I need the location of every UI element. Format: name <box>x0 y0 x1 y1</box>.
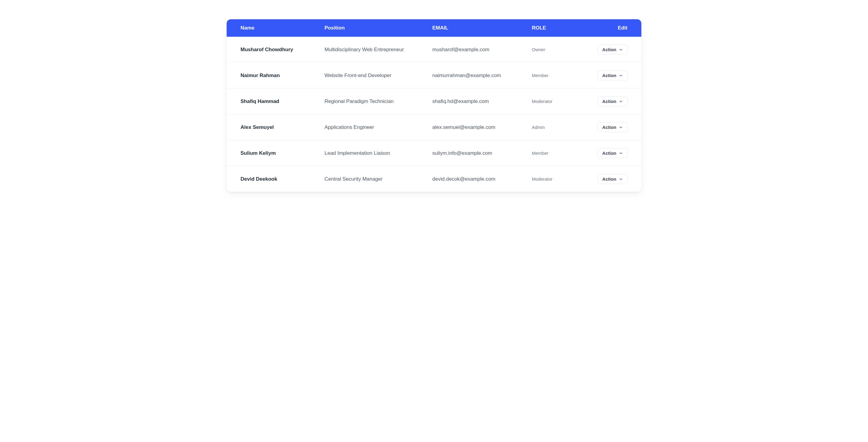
cell-position: Website Front-end Developer <box>318 63 426 89</box>
chevron-down-icon <box>619 125 623 130</box>
cell-name: Shafiq Hammad <box>227 89 318 114</box>
cell-email: suliym.info@example.com <box>426 140 525 166</box>
users-table: Name Position EMAIL ROLE Edit Musharof C… <box>227 19 641 192</box>
cell-edit: Action <box>583 37 641 63</box>
cell-position: Regional Paradigm Technician <box>318 89 426 114</box>
table-row: Sulium KeliymLead Implementation Liaison… <box>227 140 641 166</box>
action-button-label: Action <box>602 47 616 52</box>
action-button-label: Action <box>602 125 616 130</box>
cell-email: naimurrahman@example.com <box>426 63 525 89</box>
cell-name: Naimur Rahman <box>227 63 318 89</box>
col-header-role: ROLE <box>525 19 584 37</box>
cell-position: Applications Engineer <box>318 114 426 140</box>
action-button[interactable]: Action <box>598 174 627 184</box>
action-button-label: Action <box>602 176 616 181</box>
col-header-position: Position <box>318 19 426 37</box>
table-header: Name Position EMAIL ROLE Edit <box>227 19 641 37</box>
table-row: Alex SemuyelApplications Engineeralex.se… <box>227 114 641 140</box>
table-row: Devid DeekookCentral Security Managerdev… <box>227 166 641 192</box>
col-header-email: EMAIL <box>426 19 525 37</box>
chevron-down-icon <box>619 73 623 78</box>
table-row: Musharof ChowdhuryMultidisciplinary Web … <box>227 37 641 63</box>
action-button-label: Action <box>602 73 616 78</box>
cell-email: musharof@example.com <box>426 37 525 63</box>
action-button-label: Action <box>602 150 616 156</box>
cell-name: Musharof Chowdhury <box>227 37 318 63</box>
cell-email: alex.semuel@example.com <box>426 114 525 140</box>
cell-role: Member <box>525 63 584 89</box>
cell-edit: Action <box>583 63 641 89</box>
cell-name: Devid Deekook <box>227 166 318 192</box>
chevron-down-icon <box>619 99 623 104</box>
chevron-down-icon <box>619 151 623 156</box>
users-table-container: Name Position EMAIL ROLE Edit Musharof C… <box>227 19 641 192</box>
cell-email: devid.decok@example.com <box>426 166 525 192</box>
cell-position: Multidisciplinary Web Entrepreneur <box>318 37 426 63</box>
cell-edit: Action <box>583 140 641 166</box>
action-button-label: Action <box>602 99 616 104</box>
cell-position: Central Security Manager <box>318 166 426 192</box>
cell-edit: Action <box>583 166 641 192</box>
table-row: Naimur RahmanWebsite Front-end Developer… <box>227 63 641 89</box>
chevron-down-icon <box>619 177 623 181</box>
table-row: Shafiq HammadRegional Paradigm Technicia… <box>227 89 641 114</box>
cell-edit: Action <box>583 89 641 114</box>
table-body: Musharof ChowdhuryMultidisciplinary Web … <box>227 37 641 192</box>
cell-role: Member <box>525 140 584 166</box>
cell-role: Owner <box>525 37 584 63</box>
action-button[interactable]: Action <box>598 70 627 80</box>
col-header-edit: Edit <box>583 19 641 37</box>
cell-role: Moderator <box>525 166 584 192</box>
cell-position: Lead Implementation Liaison <box>318 140 426 166</box>
col-header-name: Name <box>227 19 318 37</box>
cell-name: Alex Semuyel <box>227 114 318 140</box>
cell-role: Admin <box>525 114 584 140</box>
action-button[interactable]: Action <box>598 122 627 132</box>
action-button[interactable]: Action <box>598 96 627 106</box>
action-button[interactable]: Action <box>598 148 627 158</box>
cell-edit: Action <box>583 114 641 140</box>
cell-role: Moderator <box>525 89 584 114</box>
action-button[interactable]: Action <box>598 44 627 55</box>
cell-email: shafiq.hd@example.com <box>426 89 525 114</box>
chevron-down-icon <box>619 47 623 52</box>
cell-name: Sulium Keliym <box>227 140 318 166</box>
